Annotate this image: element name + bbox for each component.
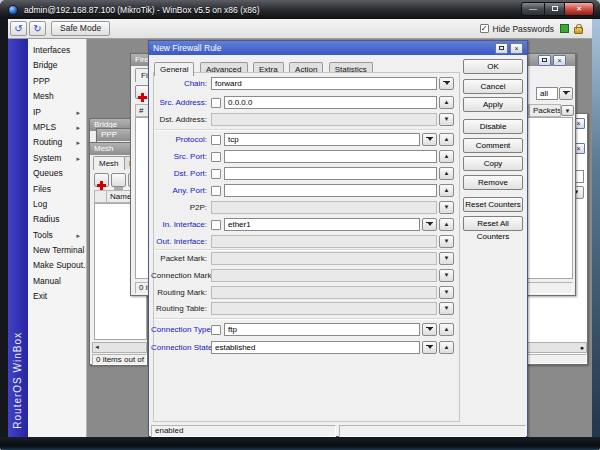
firewall-hash-column[interactable]: # xyxy=(135,104,149,117)
src-port-up-button[interactable] xyxy=(439,150,454,163)
any-port-checkbox[interactable] xyxy=(211,186,221,196)
field-row-out-interface: Out. Interface: xyxy=(151,235,454,248)
safe-mode-button[interactable]: Safe Mode xyxy=(51,21,110,36)
chain-field[interactable]: forward xyxy=(211,77,437,90)
packet-mark-down-button[interactable] xyxy=(439,252,454,265)
dialog-close-icon[interactable]: × xyxy=(510,43,523,54)
mesh-horizontal-scrollbar[interactable]: ◄ xyxy=(92,342,147,353)
tab-general[interactable]: General xyxy=(154,62,194,76)
field-row-src-port: Src. Port: xyxy=(151,150,454,163)
remove-button[interactable]: Remove xyxy=(463,175,523,190)
packet-mark-field xyxy=(211,252,437,265)
minimize-button[interactable]: — xyxy=(521,2,545,16)
sidebar-item-manual[interactable]: Manual xyxy=(28,274,86,289)
connection-type-up-button[interactable] xyxy=(439,323,454,336)
sidebar-item-radius[interactable]: Radius xyxy=(28,212,86,227)
reset-all-counters-button[interactable]: Reset All Counters xyxy=(463,216,523,231)
dst-address-down-button[interactable] xyxy=(439,113,454,126)
sidebar-item-interfaces[interactable]: Interfaces xyxy=(28,43,86,58)
window-right-border xyxy=(592,19,600,437)
connection-state-dropdown-button[interactable] xyxy=(422,341,437,354)
main-toolbar: ↺ ↻ Safe Mode ✓ Hide Passwords xyxy=(8,19,592,39)
field-row-connection-mark: Connection Mark: xyxy=(151,269,454,282)
in-interface-checkbox[interactable] xyxy=(211,220,221,230)
cancel-button[interactable]: Cancel xyxy=(463,79,523,94)
sidebar-item-queues[interactable]: Queues xyxy=(28,166,86,181)
any-port-field[interactable] xyxy=(224,184,437,197)
dst-port-field[interactable] xyxy=(224,167,437,180)
any-port-up-button[interactable] xyxy=(439,184,454,197)
sidebar-item-bridge[interactable]: Bridge xyxy=(28,58,86,73)
routing-mark-down-button[interactable] xyxy=(439,286,454,299)
sidebar-item-mpls[interactable]: MPLS xyxy=(28,120,86,135)
ok-button[interactable]: OK xyxy=(463,59,523,74)
sidebar-item-ip[interactable]: IP xyxy=(28,105,86,120)
packet-mark-label: Packet Mark: xyxy=(151,254,211,263)
copy-button[interactable]: Copy xyxy=(463,156,523,171)
connection-type-field[interactable]: ftp xyxy=(224,323,420,336)
connection-mark-down-button[interactable] xyxy=(439,269,454,282)
sidebar-item-log[interactable]: Log xyxy=(28,197,86,212)
sidebar-item-new-terminal[interactable]: New Terminal xyxy=(28,243,86,258)
routing-table-label: Routing Table: xyxy=(151,304,211,313)
undo-icon[interactable]: ↺ xyxy=(10,21,27,36)
in-interface-field[interactable]: ether1 xyxy=(224,218,420,231)
firewall-packets-column[interactable]: Packets xyxy=(529,104,561,117)
dialog-titlebar[interactable]: New Firewall Rule xyxy=(149,41,527,55)
maximize-button[interactable] xyxy=(545,2,564,16)
apply-button[interactable]: Apply xyxy=(463,97,523,112)
close-button[interactable]: × xyxy=(564,2,594,16)
src-port-field[interactable] xyxy=(224,150,437,163)
dst-port-checkbox[interactable] xyxy=(211,169,221,179)
connection-state-up-button[interactable] xyxy=(439,341,454,354)
sidebar-item-exit[interactable]: Exit xyxy=(28,289,86,304)
hide-passwords-checkbox[interactable]: ✓ xyxy=(480,24,489,33)
protocol-field[interactable]: tcp xyxy=(224,133,420,146)
protocol-up-button[interactable] xyxy=(439,133,454,146)
firewall-maximize-icon[interactable] xyxy=(538,55,551,66)
separator xyxy=(154,129,454,130)
separator xyxy=(154,318,454,319)
field-row-src-address: Src. Address: 0.0.0.0 xyxy=(151,96,454,109)
src-port-checkbox[interactable] xyxy=(211,152,221,162)
sidebar-item-files[interactable]: Files xyxy=(28,182,86,197)
firewall-close-icon[interactable]: × xyxy=(553,55,566,66)
dst-address-label: Dst. Address: xyxy=(151,115,211,124)
sidebar-item-ppp[interactable]: PPP xyxy=(28,74,86,89)
p2p-down-button[interactable] xyxy=(439,201,454,214)
firewall-filter-field[interactable]: all xyxy=(536,87,558,100)
sidebar-item-system[interactable]: System xyxy=(28,151,86,166)
connection-state-field[interactable]: established xyxy=(211,341,420,354)
in-interface-dropdown-button[interactable] xyxy=(422,218,437,231)
any-port-label: Any. Port: xyxy=(151,186,211,195)
field-row-routing-table: Routing Table: xyxy=(151,302,454,315)
comment-button[interactable]: Comment xyxy=(463,138,523,153)
protocol-checkbox[interactable] xyxy=(211,135,221,145)
in-interface-up-button[interactable] xyxy=(439,218,454,231)
disable-button[interactable]: Disable xyxy=(463,119,523,134)
src-address-up-button[interactable] xyxy=(439,96,454,109)
fragment-scrollbar[interactable]: ● xyxy=(525,342,587,353)
sidebar-item-routing[interactable]: Routing xyxy=(28,135,86,150)
connection-type-checkbox[interactable] xyxy=(211,325,221,335)
redo-icon[interactable]: ↻ xyxy=(29,21,46,36)
mesh-remove-button[interactable] xyxy=(111,173,126,187)
dialog-maximize-icon[interactable] xyxy=(495,43,508,54)
src-address-field[interactable]: 0.0.0.0 xyxy=(224,96,437,109)
routing-table-down-button[interactable] xyxy=(439,302,454,315)
dst-port-up-button[interactable] xyxy=(439,167,454,180)
reset-counters-button[interactable]: Reset Counters xyxy=(463,197,523,212)
src-address-checkbox[interactable] xyxy=(211,98,221,108)
src-port-label: Src. Port: xyxy=(151,152,211,161)
sidebar-item-mesh[interactable]: Mesh xyxy=(28,89,86,104)
mesh-tab-mesh[interactable]: Mesh xyxy=(93,156,125,170)
out-interface-down-button[interactable] xyxy=(439,235,454,248)
mesh-add-button[interactable] xyxy=(94,173,109,187)
firewall-column-down-button[interactable] xyxy=(561,105,574,116)
connection-type-dropdown-button[interactable] xyxy=(422,323,437,336)
chain-dropdown-button[interactable] xyxy=(439,77,454,90)
sidebar-item-make-supout[interactable]: Make Supout.rif xyxy=(28,258,86,273)
sidebar-item-tools[interactable]: Tools xyxy=(28,228,86,243)
protocol-dropdown-button[interactable] xyxy=(422,133,437,146)
firewall-filter-dropdown-button[interactable] xyxy=(559,87,573,100)
